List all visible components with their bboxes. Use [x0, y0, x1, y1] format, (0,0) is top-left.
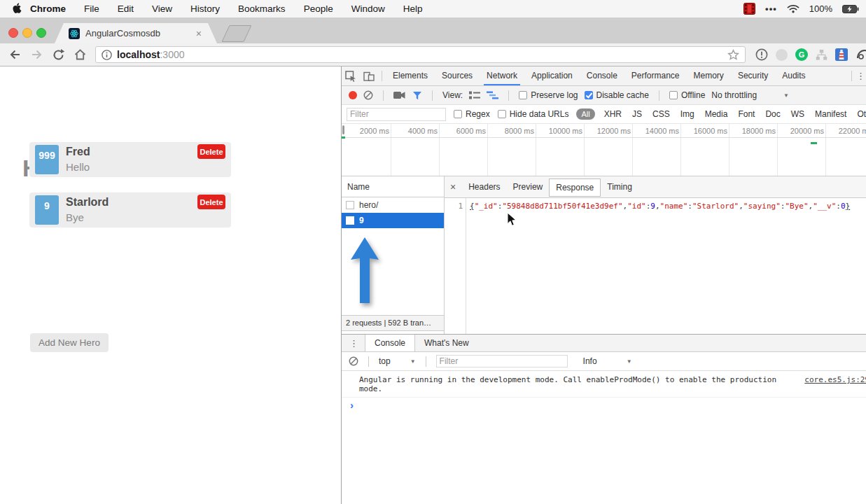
tab-sources[interactable]: Sources	[435, 66, 480, 85]
offline-checkbox[interactable]: Offline	[669, 90, 705, 100]
extension-partial-icon[interactable]	[855, 48, 866, 61]
delete-hero-button[interactable]: Delete	[197, 195, 225, 209]
extension-disabled-icon[interactable]	[776, 49, 788, 61]
new-tab-button[interactable]	[221, 25, 251, 42]
network-overview-timeline[interactable]: 2000 ms 4000 ms 6000 ms 8000 ms 10000 ms…	[342, 124, 866, 176]
disable-cache-checkbox[interactable]: Disable cache	[585, 90, 649, 100]
tab-memory[interactable]: Memory	[687, 66, 731, 85]
filter-type-js[interactable]: JS	[632, 109, 642, 119]
clear-network-log-icon[interactable]	[363, 90, 373, 100]
device-toolbar-icon[interactable]	[363, 71, 375, 82]
filter-type-media[interactable]: Media	[705, 109, 728, 119]
tab-elements[interactable]: Elements	[386, 66, 435, 85]
throttling-select[interactable]: No throttling ▼	[711, 90, 789, 100]
battery-icon[interactable]	[842, 5, 859, 13]
execution-context-select[interactable]: top ▼	[379, 356, 416, 366]
page-info-icon[interactable]	[102, 50, 112, 60]
drawer-menu-icon[interactable]: ⋮	[349, 338, 359, 349]
console-filter-input[interactable]	[436, 355, 568, 368]
network-filter-input[interactable]	[347, 108, 446, 121]
menu-item-edit[interactable]: Edit	[118, 4, 134, 14]
detail-tab-headers[interactable]: Headers	[462, 176, 506, 197]
extension-alert-icon[interactable]	[755, 48, 768, 61]
timeline-tick: 20000 ms	[779, 127, 824, 135]
menu-item-view[interactable]: View	[152, 4, 172, 14]
filter-type-css[interactable]: CSS	[652, 109, 670, 119]
request-row-selected[interactable]: 9	[342, 213, 444, 228]
console-prompt[interactable]: ›	[342, 398, 866, 410]
console-source-link[interactable]: core.es5.js:29	[804, 375, 866, 384]
checkbox-unchecked-icon[interactable]	[454, 110, 462, 118]
macos-menu-bar: Chrome File Edit View History Bookmarks …	[0, 0, 866, 18]
list-view-icon[interactable]	[469, 91, 480, 99]
drawer-tab-console[interactable]: Console	[365, 335, 415, 351]
address-bar[interactable]: localhost:3000	[95, 46, 746, 63]
hero-list-item[interactable]: 999 Fred Hello Delete	[29, 142, 231, 177]
record-network-log-button[interactable]	[349, 91, 357, 99]
checkbox-unchecked-icon[interactable]	[669, 91, 678, 99]
tab-audits[interactable]: Audits	[775, 66, 812, 85]
filter-type-xhr[interactable]: XHR	[604, 109, 622, 119]
wifi-icon[interactable]	[787, 4, 799, 13]
menu-app-name[interactable]: Chrome	[30, 4, 66, 14]
reload-button[interactable]	[52, 48, 65, 62]
filter-type-font[interactable]: Font	[738, 109, 755, 119]
devtools-menu-icon[interactable]: ⋮	[855, 71, 866, 81]
clear-console-icon[interactable]	[349, 356, 358, 366]
tab-close-icon[interactable]: ×	[196, 28, 202, 39]
name-column-header[interactable]: Name	[342, 176, 444, 197]
extension-sitemap-icon[interactable]	[816, 49, 827, 61]
lighthouse-extension-icon[interactable]	[835, 48, 848, 61]
menu-item-help[interactable]: Help	[403, 4, 423, 14]
checkbox-unchecked-icon[interactable]	[498, 110, 506, 118]
detail-tab-preview[interactable]: Preview	[507, 176, 550, 197]
tab-console[interactable]: Console	[580, 66, 624, 85]
annotation-arrow-up	[350, 236, 381, 305]
tab-performance[interactable]: Performance	[624, 66, 687, 85]
filter-type-ws[interactable]: WS	[791, 109, 804, 119]
close-detail-icon[interactable]: ×	[450, 181, 456, 192]
filter-type-other[interactable]: Other	[857, 109, 866, 119]
filter-type-doc[interactable]: Doc	[765, 109, 780, 119]
tab-network[interactable]: Network	[480, 66, 524, 85]
back-button[interactable]	[8, 48, 22, 61]
regex-checkbox[interactable]: Regex	[454, 109, 490, 119]
filter-type-img[interactable]: Img	[680, 109, 694, 119]
screen-recording-icon[interactable]	[743, 3, 755, 15]
waterfall-view-icon[interactable]	[487, 91, 498, 99]
filter-funnel-icon[interactable]	[412, 91, 422, 100]
menu-item-history[interactable]: History	[190, 4, 220, 14]
request-row[interactable]: hero/	[342, 197, 444, 213]
menu-item-file[interactable]: File	[84, 4, 99, 14]
grammarly-extension-icon[interactable]: G	[795, 48, 808, 61]
menu-item-people[interactable]: People	[304, 4, 333, 14]
capture-screenshots-icon[interactable]	[393, 91, 406, 99]
log-level-select[interactable]: Info ▼	[583, 356, 632, 366]
forward-button[interactable]	[30, 48, 43, 61]
bookmark-star-icon[interactable]	[727, 49, 739, 61]
tab-security[interactable]: Security	[731, 66, 775, 85]
hero-list-item[interactable]: 9 Starlord Bye Delete	[29, 192, 231, 227]
home-button[interactable]	[74, 48, 87, 61]
detail-tab-response[interactable]: Response	[549, 178, 601, 197]
preserve-log-checkbox[interactable]: Preserve log	[519, 90, 578, 100]
apple-menu-icon[interactable]	[13, 3, 23, 15]
filter-type-manifest[interactable]: Manifest	[815, 109, 846, 119]
add-new-hero-button[interactable]: Add New Hero	[30, 333, 109, 352]
filter-type-all[interactable]: All	[576, 108, 594, 120]
window-minimize-button[interactable]	[22, 28, 32, 38]
delete-hero-button[interactable]: Delete	[197, 144, 225, 159]
window-close-button[interactable]	[8, 28, 18, 38]
menu-item-window[interactable]: Window	[351, 4, 385, 14]
menu-extras-icon[interactable]: •••	[765, 4, 777, 14]
browser-tab[interactable]: AngularCosmosdb ×	[55, 23, 217, 43]
window-zoom-button[interactable]	[36, 28, 46, 38]
detail-tab-timing[interactable]: Timing	[601, 176, 638, 197]
drawer-tab-whats-new[interactable]: What's New	[415, 335, 478, 351]
checkbox-unchecked-icon[interactable]	[519, 91, 527, 99]
hide-data-urls-checkbox[interactable]: Hide data URLs	[498, 109, 569, 119]
inspect-element-icon[interactable]	[345, 71, 356, 82]
tab-application[interactable]: Application	[524, 66, 580, 85]
menu-item-bookmarks[interactable]: Bookmarks	[238, 4, 286, 14]
checkbox-checked-icon[interactable]	[585, 91, 593, 99]
